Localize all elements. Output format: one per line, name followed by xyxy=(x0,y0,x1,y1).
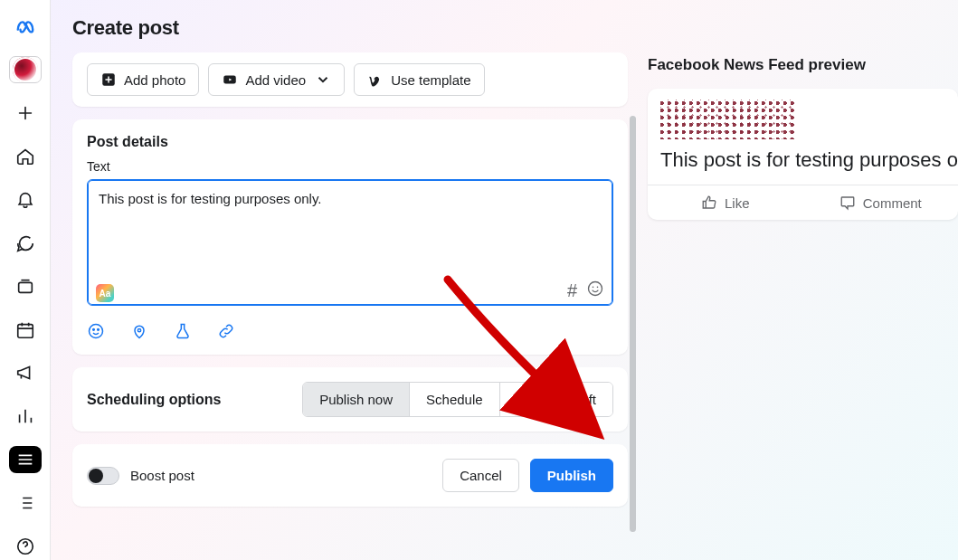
use-template-label: Use template xyxy=(391,72,470,88)
list-icon xyxy=(15,493,35,513)
post-details-card: Post details Text Aa # xyxy=(72,119,628,355)
avatar-image xyxy=(13,57,38,82)
scrollbar[interactable] xyxy=(630,116,636,532)
preview-column: Facebook News Feed preview This post is … xyxy=(628,52,958,544)
boost-toggle[interactable] xyxy=(87,467,119,485)
add-photo-button[interactable]: Add photo xyxy=(87,63,199,96)
svg-point-8 xyxy=(90,325,103,338)
comment-icon xyxy=(839,195,856,211)
link-icon xyxy=(217,322,235,340)
nav-planner[interactable] xyxy=(9,317,42,344)
footer-actions: Cancel Publish xyxy=(442,459,613,492)
media-card: Add photo Add video Use template xyxy=(72,52,628,107)
nav-notifications[interactable] xyxy=(9,186,42,214)
smile-icon xyxy=(586,280,604,298)
nav-home[interactable] xyxy=(9,143,42,170)
cancel-button[interactable]: Cancel xyxy=(442,459,519,492)
textarea-right-tools: # xyxy=(567,280,604,302)
post-text-input[interactable] xyxy=(87,179,613,306)
preview-like-button[interactable]: Like xyxy=(648,185,803,220)
publish-button[interactable]: Publish xyxy=(530,459,613,492)
location-icon xyxy=(130,322,148,340)
scheduling-segmented: Publish now Schedule Save as draft xyxy=(302,382,613,417)
meta-icon xyxy=(15,16,35,36)
svg-point-9 xyxy=(93,329,95,331)
preview-avatar-image xyxy=(660,100,796,139)
preview-like-label: Like xyxy=(725,195,750,211)
bell-icon xyxy=(15,190,35,210)
nav-ads[interactable] xyxy=(9,359,42,386)
post-details-title: Post details xyxy=(87,134,613,150)
text-field-label: Text xyxy=(87,159,613,174)
menu-icon xyxy=(15,450,35,470)
left-rail xyxy=(0,0,51,560)
preview-title: Facebook News Feed preview xyxy=(648,56,958,74)
save-draft-option[interactable]: Save as draft xyxy=(500,383,612,416)
textarea-left-tools: Aa xyxy=(96,284,114,302)
publish-now-option[interactable]: Publish now xyxy=(303,383,410,416)
main-area: Create post Add photo Add video Use temp… xyxy=(51,0,958,560)
scheduling-title: Scheduling options xyxy=(87,392,221,408)
nav-insights[interactable] xyxy=(9,403,42,430)
svg-point-7 xyxy=(597,287,599,289)
svg-point-5 xyxy=(589,282,602,296)
svg-rect-0 xyxy=(18,282,32,292)
stack-icon xyxy=(15,277,35,297)
boost-label: Boost post xyxy=(130,468,194,483)
nav-create[interactable] xyxy=(9,100,42,127)
help-icon xyxy=(15,536,35,556)
nav-content[interactable] xyxy=(9,273,42,300)
page-title: Create post xyxy=(72,16,958,40)
add-video-button[interactable]: Add video xyxy=(208,63,345,96)
preview-comment-label: Comment xyxy=(863,195,922,211)
preview-post-text: This post is for testing purposes o xyxy=(648,143,958,185)
ab-test-button[interactable] xyxy=(174,322,192,340)
home-icon xyxy=(15,147,35,166)
chevron-down-icon xyxy=(315,71,331,88)
add-photo-label: Add photo xyxy=(124,72,185,88)
use-template-button[interactable]: Use template xyxy=(354,63,484,96)
plus-icon xyxy=(15,103,35,123)
thumbs-up-icon xyxy=(701,195,717,211)
hashtag-button[interactable]: # xyxy=(567,280,577,301)
preview-header xyxy=(648,89,958,143)
page-avatar[interactable] xyxy=(9,56,42,83)
nav-todo[interactable] xyxy=(9,489,42,517)
meta-logo[interactable] xyxy=(9,13,42,40)
link-button[interactable] xyxy=(217,322,235,340)
nav-help[interactable] xyxy=(9,533,42,560)
toggle-knob xyxy=(89,469,103,483)
photo-icon xyxy=(100,71,117,88)
svg-point-6 xyxy=(593,287,594,289)
emoji-button[interactable] xyxy=(586,280,604,302)
feeling-button[interactable] xyxy=(87,322,105,340)
vimeo-icon xyxy=(367,71,384,88)
schedule-option[interactable]: Schedule xyxy=(410,383,500,416)
boost-group: Boost post xyxy=(87,467,194,485)
megaphone-icon xyxy=(15,363,35,383)
emoji-icon xyxy=(87,322,105,340)
text-style-button[interactable]: Aa xyxy=(96,284,114,302)
composer-column: Add photo Add video Use template Post de… xyxy=(72,52,628,544)
textarea-wrap: Aa # xyxy=(87,179,613,309)
chat-icon xyxy=(15,233,35,253)
svg-rect-1 xyxy=(17,324,33,337)
video-icon xyxy=(222,71,238,88)
preview-actions: Like Comment xyxy=(648,185,958,220)
location-button[interactable] xyxy=(130,322,148,340)
footer-card: Boost post Cancel Publish xyxy=(72,444,628,507)
nav-all-tools[interactable] xyxy=(9,446,42,473)
work-row: Add photo Add video Use template Post de… xyxy=(72,52,958,544)
add-video-label: Add video xyxy=(245,72,306,88)
beaker-icon xyxy=(174,322,192,340)
svg-point-10 xyxy=(98,329,100,331)
bars-icon xyxy=(15,406,35,426)
scheduling-card: Scheduling options Publish now Schedule … xyxy=(72,367,628,432)
nav-inbox[interactable] xyxy=(9,230,42,257)
calendar-icon xyxy=(15,320,35,340)
post-tools-row xyxy=(87,322,613,340)
preview-comment-button[interactable]: Comment xyxy=(803,185,959,220)
preview-card: This post is for testing purposes o Like… xyxy=(648,89,958,220)
svg-point-11 xyxy=(138,329,140,332)
